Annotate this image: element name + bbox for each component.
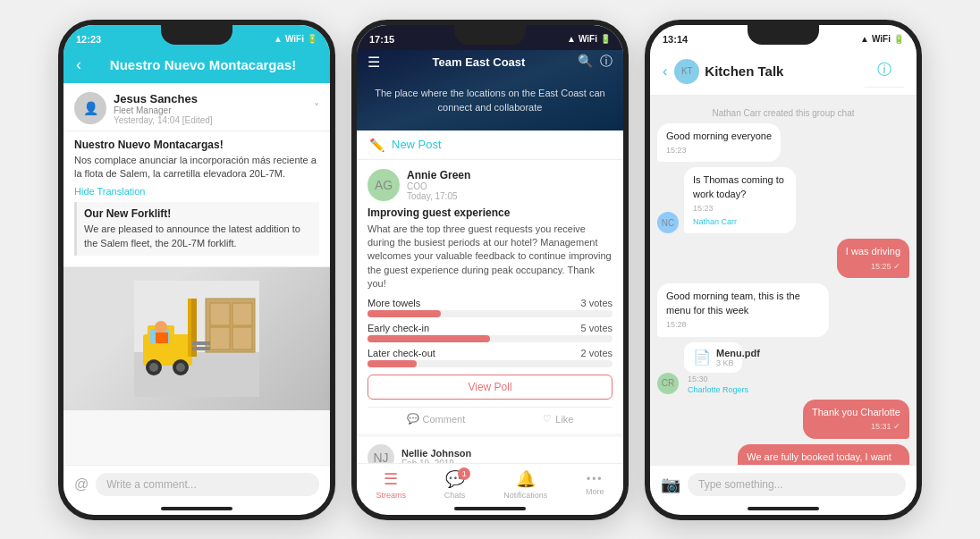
like-label: Like (555, 414, 573, 425)
post-image (63, 267, 330, 410)
phone-1-footer: @ Write a comment... (63, 465, 330, 503)
notifications-icon: 🔔 (516, 469, 536, 489)
phone-3-title: Kitchen Talk (705, 63, 858, 79)
notifications-label: Notifications (503, 491, 547, 500)
phone-1-time: 12:23 (76, 34, 101, 45)
feed-avatar: AG (368, 169, 400, 201)
bubble-text-6: Thank you Charlotte (812, 406, 900, 419)
bubble-text: Good morning everyone (666, 130, 772, 143)
chats-label: Chats (444, 491, 466, 500)
feed-author-info: Annie Green COO Today, 17:05 (407, 169, 470, 201)
chats-badge: 1 (458, 467, 470, 480)
next-post-preview: NJ Nellie Johnson Feb 19, 2019 (357, 437, 623, 462)
svg-rect-13 (192, 347, 210, 350)
chat-row-right-3: We are fully booked today, I want to see… (657, 444, 909, 465)
chat-bubble-left: Good morning everyone 15:23 (657, 123, 781, 163)
file-info: Menu.pdf 3 KB (716, 348, 760, 367)
back-icon[interactable]: ‹ (76, 55, 81, 74)
file-bubble: 📄 Menu.pdf 3 KB (684, 342, 742, 373)
post-text-block: Nuestro Nuevo Montacargas! Nos complace … (63, 131, 330, 268)
top-bar-icons: 🔍 ⓘ (578, 54, 612, 70)
phones-container: 12:23 ▲ WiFi 🔋 ‹ Nuestro Nuevo Montacarg… (40, 2, 940, 538)
bubble-text-3: I was driving (846, 245, 900, 258)
next-post-author: Nellie Johnson (401, 448, 471, 459)
back-icon-3[interactable]: ‹ (663, 63, 667, 80)
author-name: Jesus Sanches (114, 92, 314, 105)
phone-3-header: ‹ KT Kitchen Talk ⓘ (650, 50, 917, 96)
search-icon[interactable]: 🔍 (578, 54, 593, 70)
poll-option-3: Later check-out 2 votes (368, 348, 612, 367)
type-input[interactable]: Type something... (688, 473, 906, 496)
phone-2-cover: ☰ Team East Coast 🔍 ⓘ The place where th… (357, 50, 623, 131)
camera-icon[interactable]: 📷 (661, 475, 680, 494)
new-post-label[interactable]: New Post (392, 138, 442, 151)
phone-3-content: Nathan Carr created this group chat Good… (650, 96, 917, 465)
chat-bubble-right-1: I was driving 15:25 ✓ (837, 239, 909, 278)
phone-2-footer: ☰ Streams 💬 Chats 1 🔔 Notifications ••• … (357, 463, 623, 503)
phone-1-status-icons: ▲ WiFi 🔋 (274, 34, 317, 44)
phone-2-status-icons: ▲ WiFi 🔋 (567, 34, 611, 44)
info-icon[interactable]: ⓘ (600, 54, 612, 70)
home-indicator-3 (748, 507, 819, 510)
feed-post-title: Improving guest experience (368, 206, 612, 219)
view-poll-button[interactable]: View Poll (368, 375, 612, 400)
svg-rect-19 (156, 333, 168, 343)
file-size: 3 KB (716, 358, 760, 367)
like-button[interactable]: ♡ Like (543, 413, 573, 425)
post-title-es: Nuestro Nuevo Montacargas! (74, 139, 319, 151)
chevron-down-icon[interactable]: ˅ (314, 102, 319, 114)
feed-author-time: Today, 17:05 (407, 191, 470, 201)
phone-2-header: ☰ Team East Coast 🔍 ⓘ The place where th… (357, 50, 623, 131)
like-icon: ♡ (543, 413, 552, 425)
info-icon-3[interactable]: ⓘ (865, 55, 904, 88)
author-info: Jesus Sanches Fleet Manager Yesterday, 1… (114, 92, 314, 125)
next-post-avatar: NJ (368, 444, 394, 462)
chat-bubble-left-2: Is Thomas coming to work today? 15:23 Na… (684, 167, 796, 233)
post-body-en: We are pleased to announce the latest ad… (84, 223, 312, 250)
system-msg-top: Nathan Carr created this group chat (657, 108, 909, 118)
poll-votes-3: 2 votes (581, 348, 612, 358)
bubble-time: 15:23 (666, 145, 772, 156)
phone-1: 12:23 ▲ WiFi 🔋 ‹ Nuestro Nuevo Montacarg… (58, 20, 335, 520)
comment-label: Comment (423, 414, 466, 425)
menu-icon[interactable]: ☰ (368, 54, 380, 71)
phone-2-content: AG Annie Green COO Today, 17:05 Improvin… (357, 160, 623, 463)
chat-bubble-right-2: Thank you Charlotte 15:31 ✓ (803, 400, 909, 439)
chat-row-with-avatar: NC Is Thomas coming to work today? 15:23… (657, 167, 909, 233)
translation-box: Our New Forklift! We are pleased to anno… (74, 202, 319, 256)
svg-rect-4 (232, 303, 252, 325)
comment-input[interactable]: Write a comment... (96, 473, 319, 496)
bubble-text-2: Is Thomas coming to work today? (693, 173, 787, 201)
author-time: Yesterday, 14:04 [Edited] (114, 115, 314, 125)
feed-post: AG Annie Green COO Today, 17:05 Improvin… (357, 160, 623, 434)
bubble-text-4: Good morning team, this is the menu for … (666, 290, 820, 317)
file-name: Menu.pdf (716, 348, 760, 358)
chat-bubble-right-3: We are fully booked today, I want to see… (738, 444, 909, 465)
new-post-bar[interactable]: ✏️ New Post (357, 131, 623, 160)
file-icon: 📄 (693, 349, 711, 366)
avatar: 👤 (74, 92, 106, 124)
bubble-time-4: 15:28 (666, 319, 820, 331)
poll-option-1: More towels 3 votes (368, 298, 612, 317)
poll-votes-2: 5 votes (581, 323, 612, 333)
comment-icon: 💬 (407, 413, 419, 425)
home-indicator (161, 507, 232, 510)
tab-chats[interactable]: 💬 Chats 1 (444, 469, 466, 500)
phone-3-time: 13:14 (663, 34, 688, 45)
comment-button[interactable]: 💬 Comment (407, 413, 466, 425)
phone-1-notch (161, 25, 232, 45)
feed-actions: 💬 Comment ♡ Like (368, 407, 612, 425)
at-icon[interactable]: @ (74, 476, 89, 493)
bubble-time-2: 15:23 (693, 203, 787, 215)
svg-rect-3 (210, 303, 230, 325)
chat-row-4: Good morning team, this is the menu for … (657, 283, 909, 336)
tab-more[interactable]: ••• More (586, 473, 604, 496)
tab-streams[interactable]: ☰ Streams (376, 469, 406, 500)
svg-point-18 (155, 321, 167, 333)
svg-point-17 (176, 363, 185, 372)
hide-translation-btn[interactable]: Hide Translation (74, 186, 319, 197)
phone-3-notch (748, 25, 819, 45)
tab-notifications[interactable]: 🔔 Notifications (503, 469, 547, 500)
bubble-sender-2: Nathan Carr (693, 216, 787, 228)
poll-label-3: Later check-out (368, 348, 435, 358)
